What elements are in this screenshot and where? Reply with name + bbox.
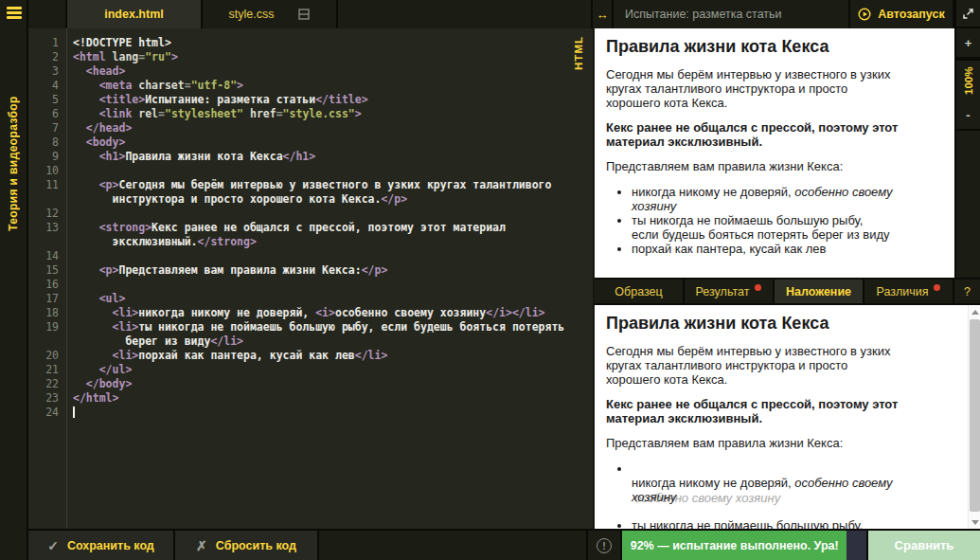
article-paragraph-1: Сегодня мы берём интервью у известного в…: [606, 344, 969, 387]
article-paragraph-2: Представляем вам правила жизни Кекса:: [606, 436, 969, 450]
list-item: ты никогда не поймаешь большую рыбу, есл…: [632, 518, 969, 529]
tab-style-css[interactable]: style.css: [203, 0, 338, 28]
preview-fullscreen-button[interactable]: [956, 0, 980, 28]
info-icon: !: [597, 538, 612, 553]
overlay-scrollbar[interactable]: [968, 305, 980, 529]
tab-index-html[interactable]: index.html: [67, 0, 203, 28]
article-paragraph-1: Сегодня мы берём интервью у известного в…: [606, 67, 943, 110]
tab-label: style.css: [229, 8, 275, 21]
list-item: никогда никому не доверяй, особенно свое…: [632, 185, 943, 213]
result-text: хозяину: [632, 490, 676, 504]
article-paragraph-2: Представляем вам правила жизни Кекса:: [606, 159, 943, 173]
rendered-article: Правила жизни кота Кекса Сегодня мы берё…: [606, 37, 943, 256]
autorun-label: Автозапуск: [878, 8, 944, 21]
scroll-down-arrow[interactable]: [969, 515, 980, 529]
gutter-spacer: [28, 0, 67, 28]
progress-fill: 92% — испытание выполнено. Ура!: [622, 531, 846, 560]
progress-status-text: 92% — испытание выполнено. Ура!: [631, 539, 839, 552]
bottom-bar: ✓ Сохранить код ✗ Сбросить код ! 92% — и…: [28, 529, 980, 560]
code-editor[interactable]: 1<!DOCTYPE html>2<html lang="ru">3 <head…: [28, 28, 593, 529]
expand-icon: [962, 8, 974, 20]
compare-button[interactable]: Сравнить: [866, 531, 980, 560]
app-window: Теория и видеоразбор index.html style.cs…: [0, 0, 980, 560]
tab-differences[interactable]: Различия: [864, 280, 954, 303]
tab-sample[interactable]: Образец: [595, 280, 685, 303]
save-code-button[interactable]: ✓ Сохранить код: [28, 531, 175, 560]
tab-result[interactable]: Результат: [685, 280, 775, 303]
split-view-icon[interactable]: [298, 9, 310, 20]
overlay-pane: Правила жизни кота Кекса Сегодня мы берё…: [595, 305, 980, 529]
zoom-out-button[interactable]: -: [956, 100, 980, 131]
article-list: никогда никому не доверяй, особенно свое…: [606, 461, 969, 529]
pane-resize-handle[interactable]: ↔: [591, 0, 614, 28]
tab-help[interactable]: ?: [954, 280, 980, 303]
play-circle-icon: [858, 8, 871, 21]
zoom-in-button[interactable]: +: [956, 28, 980, 59]
scroll-up-arrow[interactable]: [969, 305, 980, 318]
article-strong-paragraph: Кекс ранее не общался с прессой, поэтому…: [606, 397, 969, 425]
article-strong-paragraph: Кекс ранее не общался с прессой, поэтому…: [606, 120, 943, 149]
code-rows[interactable]: 1<!DOCTYPE html>2<html lang="ru">3 <head…: [28, 36, 593, 420]
sidebar-item-theory[interactable]: Теория и видеоразбор: [0, 38, 27, 237]
list-item-with-ghost: никогда никому не доверяй, особенно свое…: [632, 461, 969, 518]
tab-overlay[interactable]: Наложение: [775, 280, 864, 303]
overlay-diff-line: особенно своему хозяину хозяину: [632, 490, 969, 504]
article-title: Правила жизни кота Кекса: [606, 37, 943, 57]
top-bar: index.html style.css ↔ Испытание: размет…: [28, 0, 980, 28]
check-icon: ✓: [47, 538, 59, 553]
task-title: Испытание: разметка статьи: [614, 0, 848, 28]
editor-mode-badge: HTML: [573, 36, 584, 70]
preview-pane-top: Правила жизни кота Кекса Сегодня мы берё…: [595, 28, 954, 278]
bottom-bar-filler: [319, 531, 586, 560]
resize-icon: ↔: [597, 8, 609, 22]
progress-bar: 92% — испытание выполнено. Ура!: [622, 531, 866, 560]
zoom-level[interactable]: 100%: [956, 59, 980, 100]
info-button[interactable]: !: [586, 531, 622, 560]
menu-icon[interactable]: [7, 7, 22, 20]
article-title: Правила жизни кота Кекса: [606, 314, 969, 334]
overlay-article: Правила жизни кота Кекса Сегодня мы берё…: [606, 314, 969, 529]
autorun-button[interactable]: Автозапуск: [848, 0, 954, 28]
list-item: ты никогда не поймаешь большую рыбу, есл…: [632, 213, 943, 242]
notification-dot: [755, 284, 761, 291]
scrollbar-thumb[interactable]: [970, 319, 980, 512]
top-bar-filler: [338, 0, 591, 28]
list-item: порхай как пантера, кусай как лев: [632, 242, 943, 256]
notification-dot: [934, 284, 940, 291]
zoom-controls-strip: + 100% -: [954, 0, 980, 278]
article-list: никогда никому не доверяй, особенно свое…: [606, 185, 943, 256]
cross-icon: ✗: [196, 538, 207, 553]
left-sidebar: Теория и видеоразбор: [0, 0, 28, 560]
preview-mode-tabs: Образец Результат Наложение Различия ?: [595, 278, 980, 305]
tab-label: index.html: [104, 8, 164, 21]
reset-code-button[interactable]: ✗ Сбросить код: [175, 531, 319, 560]
